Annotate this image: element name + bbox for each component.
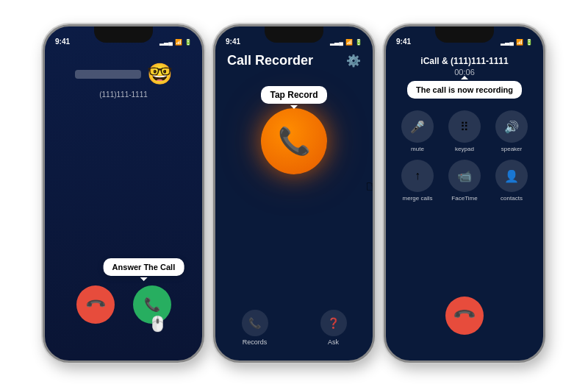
status-icons1: ▂▃▄ 📶 🔋 [159,39,192,46]
control-speaker[interactable]: 🔊 speaker [492,110,531,152]
notch3 [435,26,494,43]
answer-tooltip: Answer The Call [104,258,184,276]
control-facetime[interactable]: 📹 FaceTime [445,160,484,202]
merge-label: merge calls [403,195,433,202]
cursor-hand1: 🖱️ [148,315,167,333]
recorder-header: Call Recorder ⚙️ [215,47,373,71]
keypad-icon: ⠿ [448,110,481,143]
speaker-label: speaker [501,146,522,152]
records-label: Records [243,338,268,346]
bottom-tabs: 📞 Records ❓ Ask [215,310,373,346]
tab-ask[interactable]: ❓ Ask [320,310,347,346]
phone3-content: iCall & (111)111-1111 00:06 The call is … [386,47,543,361]
caller-name-bar [75,70,141,79]
wifi-icon1: 📶 [175,39,182,46]
record-area: Tap Record 📞 ☞ [215,86,373,174]
wifi-icon3: 📶 [516,39,523,46]
gear-icon[interactable]: ⚙️ [346,54,361,68]
status-time2: 9:41 [226,38,240,46]
phone1-wrapper: 9:41 ▂▃▄ 📶 🔋 🤓 (111)111-1111 Answer The … [43,24,204,363]
battery-icon2: 🔋 [355,39,362,46]
phone3-wrapper: 9:41 ▂▃▄ 📶 🔋 iCall & (111)111-1111 00:06… [384,24,545,363]
signal-icon1: ▂▃▄ [159,39,173,46]
notch2 [265,26,323,43]
mute-label: mute [411,146,424,152]
phone3-frame: 9:41 ▂▃▄ 📶 🔋 iCall & (111)111-1111 00:06… [384,24,545,363]
caller-info: 🤓 [75,62,173,86]
status-icons2: ▂▃▄ 📶 🔋 [330,39,362,46]
phone2-frame: 9:41 ▂▃▄ 📶 🔋 Call Recorder ⚙️ Tap Record [213,24,375,363]
status-icons3: ▂▃▄ 📶 🔋 [501,39,533,46]
control-contacts[interactable]: 👤 contacts [492,160,531,202]
speaker-icon: 🔊 [495,110,528,143]
wifi-icon2: 📶 [345,39,353,46]
tap-record-tooltip: Tap Record [261,86,326,104]
signal-icon2: ▂▃▄ [330,39,343,46]
caller-number: (111)111-1111 [99,90,148,99]
decline-button[interactable]: 📞 [76,285,115,324]
battery-icon3: 🔋 [526,39,533,46]
contacts-icon: 👤 [495,160,528,192]
phone2-wrapper: 9:41 ▂▃▄ 📶 🔋 Call Recorder ⚙️ Tap Record [213,24,375,363]
end-call-button[interactable]: 📞 [445,297,484,335]
record-button[interactable]: 📞 [261,108,327,174]
call-buttons: 📞 📞 [45,285,202,324]
signal-icon3: ▂▃▄ [501,39,514,46]
recording-tooltip: The call is now recording [407,81,522,99]
control-keypad[interactable]: ⠿ keypad [445,110,484,152]
phone1-frame: 9:41 ▂▃▄ 📶 🔋 🤓 (111)111-1111 Answer The … [43,24,204,363]
call-controls-grid: 🎤 mute ⠿ keypad 🔊 speaker ↑ merge calls [386,110,543,202]
notch1 [94,26,153,43]
phone2-content: Call Recorder ⚙️ Tap Record 📞 ☞ 📞 Recor [215,47,373,361]
active-caller-name: iCall & (111)111-1111 [420,56,508,66]
status-time1: 9:41 [55,38,70,46]
facetime-label: FaceTime [451,195,477,202]
end-call-area: 📞 [445,297,484,335]
merge-icon: ↑ [401,160,434,192]
recorder-title: Call Recorder [227,53,313,68]
caller-emoji: 🤓 [147,62,173,86]
ask-icon: ❓ [320,310,347,336]
contacts-label: contacts [501,195,523,202]
tab-records[interactable]: 📞 Records [242,310,268,346]
facetime-icon: 📹 [448,160,481,192]
mute-icon: 🎤 [401,110,434,143]
phones-container: 9:41 ▂▃▄ 📶 🔋 🤓 (111)111-1111 Answer The … [0,0,588,387]
records-icon: 📞 [242,310,268,336]
battery-icon1: 🔋 [184,39,192,46]
keypad-label: keypad [455,146,474,152]
control-merge[interactable]: ↑ merge calls [398,160,437,202]
status-time3: 9:41 [396,38,411,46]
control-mute[interactable]: 🎤 mute [398,110,437,152]
record-cursor: ☞ [365,177,375,196]
ask-label: Ask [328,338,339,346]
